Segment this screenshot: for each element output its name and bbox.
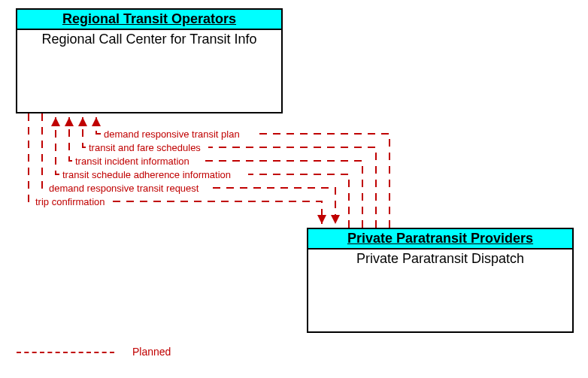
legend-label: Planned xyxy=(132,346,171,358)
flow-label: transit and fare schedules xyxy=(89,142,201,153)
flow-label: transit incident information xyxy=(75,156,189,167)
flow-label: demand responsive transit request xyxy=(49,183,199,194)
entity-private-paratransit-providers: Private Paratransit Providers Private Pa… xyxy=(307,228,574,333)
flow-label: transit schedule adherence information xyxy=(62,169,231,180)
flow-label: demand responsive transit plan xyxy=(104,129,240,140)
entity-header: Private Paratransit Providers xyxy=(308,229,572,249)
entity-sub: Private Paratransit Dispatch xyxy=(308,249,572,268)
flow-label: trip confirmation xyxy=(35,196,105,207)
entity-header: Regional Transit Operators xyxy=(17,10,281,30)
entity-sub: Regional Call Center for Transit Info xyxy=(17,30,281,49)
legend-line xyxy=(17,352,114,353)
entity-regional-transit-operators: Regional Transit Operators Regional Call… xyxy=(16,8,283,113)
